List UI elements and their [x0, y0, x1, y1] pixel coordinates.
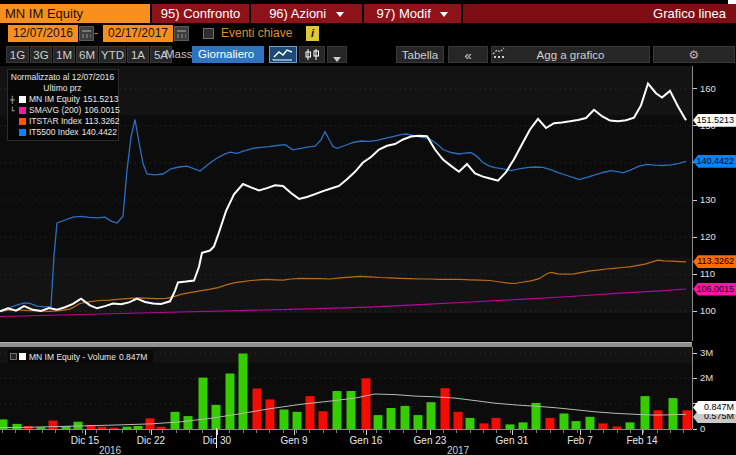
range-tab-1m[interactable]: 1M — [53, 46, 75, 63]
minor-tick — [363, 430, 364, 433]
window-corner-handle[interactable] — [728, 0, 736, 4]
volume-bar — [441, 388, 450, 429]
date-tick-label: Feb 14 — [620, 435, 664, 446]
legend-item[interactable]: IT5500 Index 140.4422 — [10, 127, 115, 138]
tabella-button[interactable]: Tabella — [396, 46, 444, 63]
volume-legend[interactable]: MN IM Equity - Volume 0.847M — [8, 350, 153, 363]
minor-tick — [603, 430, 604, 433]
legend-last-price-label: Ultimo prz — [10, 83, 115, 94]
volume-bar — [280, 410, 289, 430]
volume-bar — [414, 415, 423, 429]
minor-tick — [416, 430, 417, 433]
price-tick — [693, 274, 697, 275]
minor-tick — [617, 430, 618, 433]
volume-bar — [546, 418, 555, 429]
settings-button[interactable]: ⚙ — [653, 46, 735, 63]
minor-tick — [15, 430, 16, 433]
minor-tick — [323, 430, 324, 433]
legend-item[interactable]: ITSTAR Index 113.3262 — [10, 116, 115, 127]
tree-branch-icon: ┗ — [10, 105, 19, 116]
calendar-icon[interactable] — [174, 26, 189, 41]
minor-tick — [483, 430, 484, 433]
volume-bar — [387, 408, 396, 429]
menu-confronto-button[interactable]: 95) Confronto — [152, 4, 249, 23]
series-swatch — [19, 96, 26, 103]
legend-normalized-label: Normalizzato al 12/07/2016 — [10, 72, 115, 83]
minor-tick — [176, 430, 177, 433]
volume-tick — [693, 378, 697, 379]
security-ticker-input[interactable]: MN IM Equity — [0, 4, 150, 23]
minor-tick — [69, 430, 70, 433]
axis-line — [0, 429, 692, 430]
volume-bar — [362, 378, 371, 429]
volume-bar — [199, 378, 208, 429]
price-axis: 160150140130120110100106.0015113.3262140… — [692, 66, 736, 341]
price-tick-label: 160 — [700, 83, 716, 94]
range-tab-1a[interactable]: 1A — [127, 46, 149, 63]
calendar-icon[interactable] — [79, 26, 94, 41]
axis-line — [692, 347, 693, 429]
volume-bar — [454, 412, 463, 429]
price-tick-label: 110 — [700, 268, 715, 279]
minor-tick — [456, 430, 457, 433]
eventi-chiave-checkbox[interactable] — [203, 28, 214, 39]
minor-tick — [550, 430, 551, 433]
year-label: 2016 — [88, 445, 132, 455]
chart-type-dropdown-button[interactable] — [327, 46, 347, 63]
volume-bar — [519, 422, 528, 429]
date-axis: Dic 15Dic 22Dic 30Gen 9Gen 16Gen 23Gen 3… — [0, 429, 736, 455]
start-date-input[interactable]: 12/07/2016 — [8, 25, 78, 42]
collapse-panel-button[interactable]: « — [448, 46, 488, 63]
candle-chart-type-button[interactable] — [299, 46, 325, 63]
range-tab-6m[interactable]: 6M — [76, 46, 98, 63]
volume-bar — [226, 374, 235, 430]
minor-tick — [590, 430, 591, 433]
volume-tick-label: 2M — [700, 372, 713, 383]
series-last-value: 140.4422 — [82, 127, 117, 138]
chart-toolbar: 1G 3G 1M 6M YTD 1A 5A Mass Giornaliero — [0, 45, 736, 64]
series-swatch — [19, 129, 26, 136]
date-tick-label: Gen 31 — [490, 435, 534, 446]
minor-tick — [389, 430, 390, 433]
eventi-chiave-label: Eventi chiave — [221, 25, 292, 42]
date-tick-label: Dic 22 — [129, 435, 173, 446]
range-tab-3g[interactable]: 3G — [30, 46, 52, 63]
mass-label[interactable]: Mass — [165, 46, 192, 63]
menu-azioni-button[interactable]: 96) Azioni — [251, 4, 362, 23]
period-select[interactable]: Giornaliero — [192, 46, 264, 63]
chevron-down-icon — [333, 57, 341, 62]
price-label-smavg: 106.0015 — [693, 283, 736, 296]
series-last-value: 106.0015 — [84, 105, 119, 116]
minor-tick — [55, 430, 56, 433]
range-tab-ytd[interactable]: YTD — [99, 46, 126, 63]
price-tick-label: 100 — [700, 305, 716, 316]
add-to-chart-button[interactable]: Agg a grafico — [491, 46, 650, 63]
range-tab-1g[interactable]: 1G — [6, 46, 29, 63]
volume-bar — [347, 391, 356, 429]
volume-axis: 3M2M1M00.575M0.847M — [692, 347, 736, 429]
end-date-input[interactable]: 02/17/2017 — [103, 25, 173, 42]
volume-bar — [669, 398, 678, 429]
volume-bar — [654, 410, 663, 429]
legend-item[interactable]: ┗ SMAVG (200) 106.0015 — [10, 105, 115, 116]
minor-tick — [643, 430, 644, 433]
minor-tick — [657, 430, 658, 433]
line-chart-type-button[interactable] — [269, 46, 297, 63]
price-label-itstar: 113.3262 — [693, 255, 736, 268]
tree-expand-icon[interactable] — [10, 353, 17, 360]
info-icon[interactable]: i — [306, 26, 319, 41]
minor-tick — [269, 430, 270, 433]
tree-expand-icon[interactable]: ╋ — [10, 94, 19, 105]
minor-tick — [82, 430, 83, 433]
minor-tick — [229, 430, 230, 433]
minor-tick — [523, 430, 524, 433]
menu-number: 97) — [377, 6, 396, 21]
minor-tick — [122, 430, 123, 433]
menu-modif-button[interactable]: 97) Modif — [364, 4, 461, 23]
price-label-equity: 151.5213 — [693, 114, 736, 127]
volume-bar — [572, 421, 581, 429]
minor-tick — [243, 430, 244, 433]
volume-bar — [319, 411, 328, 429]
legend-item[interactable]: ╋ MN IM Equity 151.5213 — [10, 94, 115, 105]
year-label: 2017 — [436, 445, 480, 455]
